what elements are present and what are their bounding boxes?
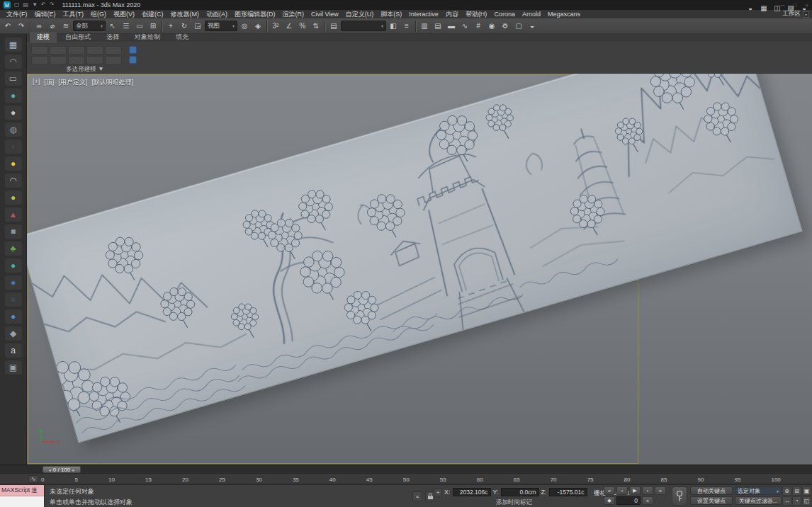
go-to-end-button-2[interactable]: » (642, 496, 653, 505)
polygon-modeling-tool-button[interactable] (86, 56, 103, 64)
app-logo[interactable]: M (4, 1, 11, 8)
auto-key-button[interactable]: 自动关键点 (690, 486, 733, 495)
named-selection-sets-dropdown[interactable]: ▾ (341, 21, 386, 31)
percent-snap-icon[interactable]: % (296, 20, 309, 33)
side-blue2-sphere-tool-icon[interactable]: ● (5, 309, 22, 324)
side-material-tool-icon[interactable]: ▣ (5, 360, 22, 375)
open-file-icon[interactable]: ▤ (23, 2, 30, 8)
ribbon-tab-填充[interactable]: 填充 (169, 32, 196, 42)
select-and-link-icon[interactable]: ∞ (33, 20, 45, 33)
menu-item[interactable]: 修改器(M) (167, 10, 203, 19)
menu-item[interactable]: 动画(A) (203, 10, 231, 19)
redo-small-icon[interactable]: ↷ (49, 2, 55, 8)
side-text-tool-icon[interactable]: a (5, 343, 22, 358)
viewport-menu-pov[interactable]: [顶] (44, 78, 54, 87)
previous-frame-arrow-icon[interactable]: ◂ (49, 467, 51, 472)
new-file-icon[interactable]: ▢ (13, 2, 21, 8)
key-filters-button[interactable]: 关键点过滤器... (735, 496, 782, 505)
set-keys-button[interactable] (672, 486, 687, 506)
polygon-modeling-tool-button[interactable] (68, 46, 85, 55)
ribbon-tab-建模[interactable]: 建模 (30, 32, 57, 42)
polygon-modeling-blue-button[interactable] (129, 56, 137, 64)
zoom-extents-icon[interactable]: ▣ (802, 486, 811, 496)
polygon-modeling-tool-button[interactable] (68, 56, 85, 64)
side-ring-tool-icon[interactable]: ◍ (5, 123, 22, 137)
side-gray-sphere-tool-icon[interactable]: ● (5, 106, 22, 120)
viewport-menu-shading[interactable]: [默认明暗处理] (91, 78, 133, 87)
render-setup-icon[interactable]: ⚙ (499, 20, 512, 33)
curve-editor-icon[interactable]: ∿ (458, 20, 471, 33)
side-plane-tool-icon[interactable]: ▭ (5, 72, 22, 86)
undo-icon[interactable]: ↶ (1, 20, 14, 33)
select-and-rotate-icon[interactable]: ↻ (178, 20, 191, 33)
rendered-frame-window-icon[interactable]: ▢ (512, 20, 525, 33)
side-grid-tool-icon[interactable]: ▦ (5, 38, 22, 52)
z-coordinate-field[interactable]: -1575.01c (549, 488, 587, 496)
save-file-icon[interactable]: ▼ (31, 2, 38, 8)
menu-item[interactable]: 帮助(H) (462, 10, 491, 19)
toolbar-right-explorer-icon[interactable]: ▨ (784, 1, 797, 14)
window-crossing-icon[interactable]: ⊞ (147, 20, 159, 33)
time-slider[interactable]: ◂ 0 / 100 ▸ (0, 465, 812, 473)
toolbar-right-state-sets-icon[interactable]: ▦ (757, 1, 770, 14)
side-arc-tool-icon[interactable]: ◠ (5, 55, 22, 69)
toggle-scene-explorer-icon[interactable]: ▥ (418, 20, 431, 33)
menu-item[interactable]: Megascans (544, 11, 584, 18)
menu-item[interactable]: 视图(V) (110, 10, 138, 19)
menu-item[interactable]: 脚本(S) (377, 10, 405, 19)
ribbon-panel-label[interactable]: 多边形建模 ▼ (28, 65, 142, 74)
undo-small-icon[interactable]: ↶ (40, 2, 47, 8)
toolbar-right-render-icon[interactable]: ◒ (744, 1, 757, 14)
polygon-modeling-tool-button[interactable] (31, 56, 48, 64)
side-box-tool-icon[interactable]: ■ (5, 224, 22, 239)
next-frame-button[interactable]: › (642, 486, 653, 495)
side-blue-sphere-tool-icon[interactable]: ● (5, 275, 22, 290)
menu-item[interactable]: Interactive (405, 11, 442, 18)
pan-icon[interactable]: ↔ (782, 496, 791, 506)
edit-named-selection-sets-icon[interactable]: ▤ (327, 20, 340, 33)
align-icon[interactable]: ≡ (400, 20, 413, 33)
select-and-scale-icon[interactable]: ◲ (191, 20, 204, 33)
side-dark-sphere-tool-icon[interactable]: ● (5, 139, 22, 154)
menu-item[interactable]: 工具(T) (60, 10, 88, 19)
macro-recorder-field[interactable]: MAXScript 迷 (0, 485, 44, 496)
polygon-modeling-blue-button[interactable] (129, 46, 137, 54)
side-dome-tool-icon[interactable]: ◠ (5, 173, 22, 188)
polygon-modeling-tool-button[interactable] (105, 46, 122, 55)
menu-item[interactable]: 编辑(E) (31, 10, 60, 19)
track-bar[interactable]: ∿ 05101520253035404550556065707580859095… (0, 473, 812, 484)
use-pivot-point-icon[interactable]: ◎ (238, 20, 251, 33)
menu-item[interactable]: 自定义(U) (342, 10, 378, 19)
side-red-cone-tool-icon[interactable]: ▲ (5, 207, 22, 222)
add-time-tag[interactable]: 添加时间标记 (496, 499, 532, 507)
select-and-manipulate-icon[interactable]: ◈ (252, 20, 264, 33)
side-teal2-sphere-tool-icon[interactable]: ● (5, 258, 22, 273)
toggle-ribbon-icon[interactable]: ▬ (445, 20, 458, 33)
zoom-icon[interactable]: ⊕ (782, 486, 791, 496)
menu-item[interactable]: 图形编辑器(D) (231, 10, 279, 19)
time-slider-handle[interactable]: ◂ 0 / 100 ▸ (43, 466, 81, 473)
menu-item[interactable]: Civil View (308, 11, 342, 18)
rectangular-selection-region-icon[interactable]: ▭ (133, 20, 146, 33)
absolute-offset-toggle-icon[interactable]: + (434, 488, 442, 496)
key-mode-toggle-button[interactable]: ◆ (604, 496, 615, 505)
render-production-icon[interactable]: ◒ (526, 20, 538, 33)
maximize-viewport-icon[interactable]: ◱ (802, 496, 811, 506)
polygon-modeling-tool-button[interactable] (50, 46, 67, 55)
menu-item[interactable]: 组(G) (87, 10, 110, 19)
angle-snap-icon[interactable]: ∠ (283, 20, 295, 33)
menu-item[interactable]: 创建(C) (138, 10, 167, 19)
bind-to-space-warp-icon[interactable]: ≋ (60, 20, 72, 33)
zoom-all-icon[interactable]: ⊞ (792, 486, 801, 496)
menu-item[interactable]: Arnold (519, 11, 544, 18)
ribbon-tab-自由形式[interactable]: 自由形式 (58, 32, 98, 42)
next-frame-arrow-icon[interactable]: ▸ (72, 467, 74, 472)
menu-item[interactable]: Corona (490, 11, 519, 18)
key-filter-selection-dropdown[interactable]: 选定对象 ▾ (735, 486, 782, 495)
side-olive-sphere-tool-icon[interactable]: ● (5, 190, 22, 205)
select-by-name-icon[interactable]: ☰ (120, 20, 132, 33)
material-editor-icon[interactable]: ◉ (485, 20, 498, 33)
snaps-toggle-icon[interactable]: 3² (269, 20, 282, 33)
polygon-modeling-tool-button[interactable] (31, 46, 48, 55)
side-teal-sphere-tool-icon[interactable]: ● (5, 89, 22, 103)
